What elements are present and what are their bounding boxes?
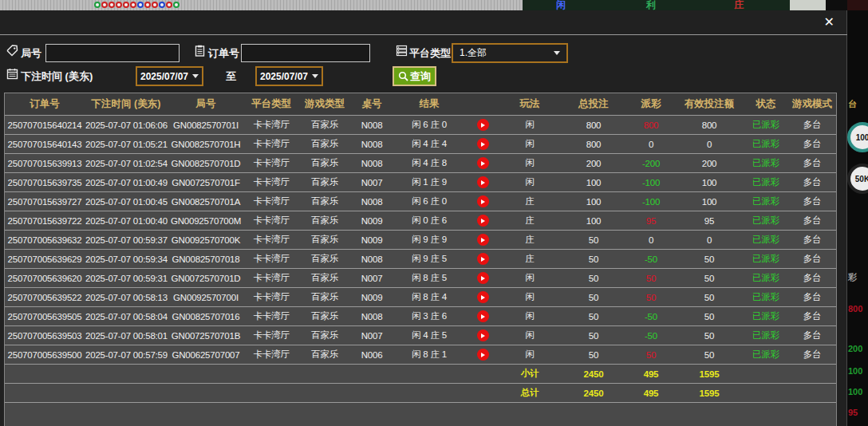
cell-payout: 800	[627, 116, 675, 135]
play-triangle	[481, 314, 485, 319]
roadmap-dot	[94, 2, 101, 8]
cell-play	[466, 135, 499, 154]
cell-game-no: GN0092570700K	[168, 231, 244, 250]
grand-total-valid-bet: 1595	[675, 384, 744, 403]
bet-zone-char: 利	[646, 0, 656, 10]
play-triangle	[481, 123, 485, 128]
search-icon	[398, 71, 408, 81]
cell-bet-time: 2025-07-07 00:58:01	[85, 326, 168, 345]
cell-mode: 多台	[788, 135, 836, 154]
cell-play	[466, 288, 499, 307]
cell-play	[466, 211, 499, 231]
cell-mode: 多台	[788, 307, 836, 326]
grand-total-spacer	[5, 384, 499, 403]
cell-platform: 卡卡湾厅	[244, 288, 298, 307]
table-row: 2507070056395222025-07-07 00:58:13GN0092…	[5, 288, 836, 307]
cell-play	[466, 173, 499, 192]
cell-table-no: N009	[351, 231, 393, 250]
play-icon[interactable]	[477, 349, 489, 361]
header-payout: 派彩	[627, 93, 675, 116]
cell-mode: 多台	[788, 250, 836, 269]
query-button[interactable]: 查询	[393, 66, 436, 86]
cell-mode: 多台	[788, 345, 836, 365]
play-icon[interactable]	[477, 215, 489, 227]
play-icon[interactable]	[477, 176, 489, 188]
cell-status: 已派彩	[744, 288, 788, 307]
header-game_type: 游戏类型	[298, 93, 351, 116]
cell-order-no: 250707015640143	[5, 135, 85, 154]
order-no-input[interactable]	[241, 44, 370, 62]
close-icon[interactable]: ✕	[824, 16, 834, 29]
roadmap-dot	[101, 2, 108, 8]
cell-total-bet: 800	[560, 116, 627, 135]
play-triangle	[481, 257, 485, 262]
cell-order-no: 250707005639505	[5, 307, 85, 326]
play-triangle	[481, 276, 485, 281]
play-icon[interactable]	[477, 329, 489, 341]
cell-game-no: GN0072570701D	[168, 269, 244, 288]
play-icon[interactable]	[477, 272, 489, 284]
background-panel-light	[790, 0, 826, 10]
cell-status: 已派彩	[744, 135, 788, 154]
cell-platform: 卡卡湾厅	[244, 135, 298, 154]
cell-order-no: 250707015639735	[5, 173, 85, 192]
cell-bet-side: 闲	[499, 345, 560, 365]
play-triangle	[481, 180, 485, 185]
cell-bet-side: 闲	[499, 326, 560, 345]
table-row: 2507070156401432025-07-07 01:05:21GN0082…	[5, 135, 836, 154]
table-header-row: 订单号下注时间 (美东)局号平台类型游戏类型桌号结果玩法总投注派彩有效投注额状态…	[5, 93, 836, 116]
date-from-value: 2025/07/07	[140, 71, 188, 82]
background-chip: 50K	[847, 164, 868, 194]
cell-result: 闲 4 庄 5	[393, 326, 466, 345]
play-icon[interactable]	[477, 195, 489, 207]
cell-game-no: GN0082570701D	[168, 154, 244, 173]
cell-payout: 0	[627, 135, 675, 154]
cell-play	[466, 307, 499, 326]
play-icon[interactable]	[477, 157, 489, 169]
cell-bet-time: 2025-07-07 00:59:34	[85, 250, 168, 269]
table-row: 2507070156397352025-07-07 01:00:49GN0072…	[5, 173, 836, 192]
cell-game-no: GN00825707016	[168, 307, 244, 326]
cell-payout: -50	[627, 307, 675, 326]
cell-payout: -200	[627, 154, 675, 173]
header-status: 状态	[744, 93, 788, 116]
play-icon[interactable]	[477, 234, 489, 246]
game-no-input[interactable]	[45, 44, 180, 62]
roadmap-dot	[108, 2, 115, 8]
play-icon[interactable]	[477, 138, 489, 150]
grand-total-total-bet: 2450	[560, 384, 627, 403]
cell-bet-time: 2025-07-07 00:59:37	[85, 231, 168, 250]
header-table_no: 桌号	[351, 93, 393, 116]
cell-bet-side: 闲	[499, 135, 560, 154]
platform-type-select[interactable]: 1.全部	[452, 43, 568, 63]
cell-table-no: N009	[351, 288, 393, 307]
cell-bet-side: 庄	[499, 192, 560, 211]
cell-game-type: 百家乐	[298, 135, 351, 154]
cell-bet-side: 闲	[499, 288, 560, 307]
play-icon[interactable]	[477, 310, 489, 322]
roadmap-dot	[123, 2, 129, 8]
cell-order-no: 250707005639503	[5, 326, 85, 345]
subtotal-payout: 495	[627, 365, 675, 384]
cell-result: 闲 4 庄 4	[393, 135, 466, 154]
cell-result: 闲 8 庄 4	[393, 288, 466, 307]
cell-bet-side: 庄	[499, 250, 560, 269]
date-to-separator: 至	[226, 69, 236, 84]
date-to-picker[interactable]: 2025/07/07	[255, 66, 323, 86]
roadmap-dot	[144, 2, 151, 8]
play-icon[interactable]	[477, 291, 489, 303]
date-from-picker[interactable]: 2025/07/07	[136, 66, 203, 86]
cell-mode: 多台	[788, 326, 836, 345]
cell-mode: 多台	[788, 231, 836, 250]
play-triangle	[481, 161, 485, 166]
cell-bet-time: 2025-07-07 01:05:21	[85, 135, 168, 154]
grand-total-payout: 495	[627, 384, 675, 403]
background-bet-zone: 闲利庄	[523, 0, 790, 10]
cell-result: 闲 8 庄 5	[393, 269, 466, 288]
subtotal-end-spacer	[744, 365, 836, 384]
play-icon[interactable]	[477, 119, 489, 131]
chevron-down-icon	[192, 74, 199, 78]
cell-result: 闲 6 庄 0	[393, 116, 466, 135]
background-text-fragment: 彩	[848, 271, 857, 283]
play-icon[interactable]	[477, 253, 489, 265]
